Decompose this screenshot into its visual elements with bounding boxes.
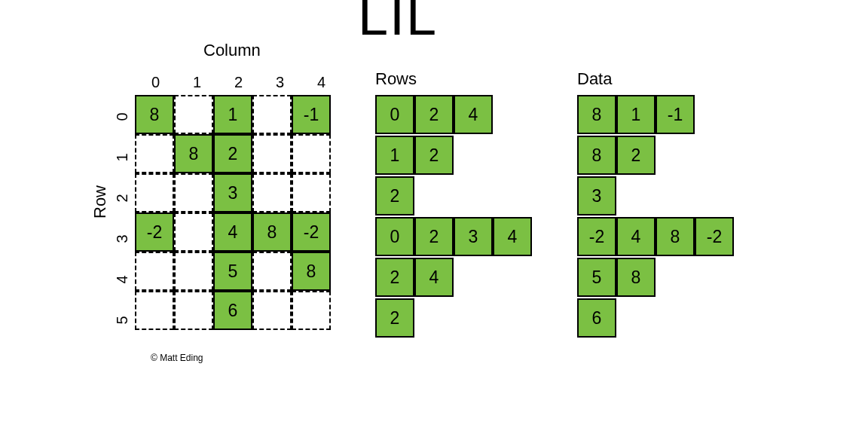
matrix-cell-empty xyxy=(292,134,331,173)
rows-list-row: 24 xyxy=(375,258,532,297)
matrix-cell-filled: 8 xyxy=(292,252,331,291)
data-list-row: 82 xyxy=(577,136,734,175)
column-header: 3 xyxy=(259,74,301,91)
rows-list-cell: 2 xyxy=(414,217,454,256)
data-list-cell: -2 xyxy=(577,217,616,256)
column-headers: 01234 xyxy=(135,74,342,91)
matrix-cell-empty xyxy=(135,291,174,330)
matrix-cell-empty xyxy=(135,173,174,212)
rows-list-row: 0234 xyxy=(375,217,532,256)
matrix-cell-empty xyxy=(252,134,292,173)
matrix-cell-filled: 8 xyxy=(252,212,292,252)
rows-list-cell: 0 xyxy=(375,217,414,256)
data-list-cell: 3 xyxy=(577,176,616,215)
data-list-cell: -2 xyxy=(695,217,734,256)
matrix-cell-empty xyxy=(174,173,213,212)
matrix-row: -248-2 xyxy=(135,212,331,252)
rows-list-cell: 2 xyxy=(414,95,454,134)
matrix-row: 3 xyxy=(135,173,331,212)
matrix-row: 82 xyxy=(135,134,331,173)
rows-section-label: Rows xyxy=(375,69,417,89)
matrix-cell-filled: 6 xyxy=(213,291,252,330)
matrix-cell-filled: 2 xyxy=(213,134,252,173)
matrix-cell-empty xyxy=(174,291,213,330)
matrix-cell-empty xyxy=(252,95,292,134)
dense-matrix: 81-1823-248-2586 xyxy=(135,95,331,330)
rows-list-cell: 4 xyxy=(493,217,532,256)
row-headers: 012345 xyxy=(113,96,131,341)
rows-list-cell: 3 xyxy=(454,217,493,256)
matrix-row: 81-1 xyxy=(135,95,331,134)
matrix-cell-empty xyxy=(174,252,213,291)
data-list-row: 6 xyxy=(577,298,734,338)
matrix-cell-empty xyxy=(252,173,292,212)
rows-list-cell: 4 xyxy=(414,258,454,297)
column-header: 4 xyxy=(301,74,342,91)
data-list-cell: -1 xyxy=(656,95,695,134)
matrix-cell-filled: 8 xyxy=(174,134,213,173)
rows-list-row: 2 xyxy=(375,298,532,338)
matrix-row: 58 xyxy=(135,252,331,291)
data-list-row: 3 xyxy=(577,176,734,215)
matrix-cell-filled: -2 xyxy=(135,212,174,252)
data-list-cell: 6 xyxy=(577,298,616,338)
matrix-cell-filled: 3 xyxy=(213,173,252,212)
matrix-cell-empty xyxy=(135,134,174,173)
matrix-cell-empty xyxy=(174,212,213,252)
matrix-cell-empty xyxy=(292,291,331,330)
rows-list-row: 024 xyxy=(375,95,532,134)
column-header: 0 xyxy=(135,74,176,91)
data-list-cell: 8 xyxy=(577,95,616,134)
rows-list-row: 12 xyxy=(375,136,532,175)
column-axis-label: Column xyxy=(203,41,261,60)
matrix-cell-filled: -1 xyxy=(292,95,331,134)
data-list-cell: 8 xyxy=(577,136,616,175)
rows-list-cell: 2 xyxy=(375,176,414,215)
rows-list-block: 0241220234242 xyxy=(375,95,532,339)
matrix-cell-empty xyxy=(292,173,331,212)
data-list-cell: 5 xyxy=(577,258,616,297)
copyright-text: © Matt Eding xyxy=(151,353,203,363)
rows-list-cell: 0 xyxy=(375,95,414,134)
matrix-cell-empty xyxy=(135,252,174,291)
rows-list-cell: 1 xyxy=(375,136,414,175)
rows-list-cell: 2 xyxy=(375,298,414,338)
rows-list-row: 2 xyxy=(375,176,532,215)
data-section-label: Data xyxy=(577,69,612,89)
matrix-cell-filled: -2 xyxy=(292,212,331,252)
column-header: 1 xyxy=(176,74,218,91)
matrix-cell-filled: 4 xyxy=(213,212,252,252)
matrix-row: 6 xyxy=(135,291,331,330)
data-list-cell: 8 xyxy=(656,217,695,256)
matrix-cell-filled: 5 xyxy=(213,252,252,291)
matrix-cell-filled: 1 xyxy=(213,95,252,134)
data-list-row: 81-1 xyxy=(577,95,734,134)
rows-list-cell: 4 xyxy=(454,95,493,134)
data-list-block: 81-1823-248-2586 xyxy=(577,95,734,339)
matrix-cell-empty xyxy=(252,291,292,330)
data-list-row: 58 xyxy=(577,258,734,297)
data-list-cell: 1 xyxy=(616,95,656,134)
diagram-title: LIL xyxy=(358,0,438,47)
rows-list-cell: 2 xyxy=(414,136,454,175)
data-list-row: -248-2 xyxy=(577,217,734,256)
matrix-cell-empty xyxy=(174,95,213,134)
data-list-cell: 4 xyxy=(616,217,656,256)
rows-list-cell: 2 xyxy=(375,258,414,297)
matrix-cell-empty xyxy=(252,252,292,291)
data-list-cell: 8 xyxy=(616,258,656,297)
data-list-cell: 2 xyxy=(616,136,656,175)
column-header: 2 xyxy=(218,74,259,91)
matrix-cell-filled: 8 xyxy=(135,95,174,134)
